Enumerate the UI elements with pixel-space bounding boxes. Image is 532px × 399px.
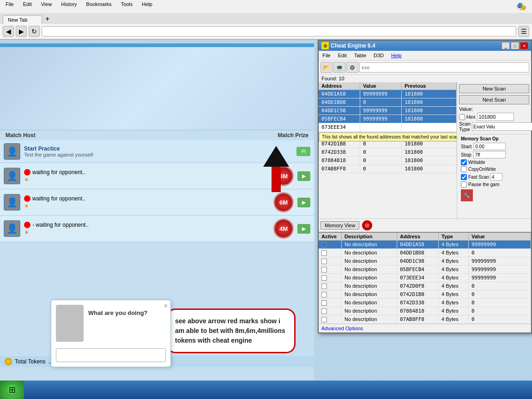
ce-writable-label: Writable	[468, 160, 485, 165]
menu-tools[interactable]: Tools	[119, 1, 135, 12]
ce-result-addr-5: 073EEE34	[397, 274, 439, 282]
practice-play-btn[interactable]: Pl	[296, 147, 310, 156]
ce-result-row-5[interactable]: No description 073EEE34 4 Bytes 99999999	[319, 274, 531, 282]
ce-cell-val-10: 0	[360, 165, 402, 173]
refresh-button[interactable]: ↻	[29, 26, 40, 37]
ce-menu-edit[interactable]: Edit	[334, 52, 351, 59]
ce-tool-settings[interactable]: ⚙	[346, 62, 358, 73]
menu-bookmarks[interactable]: Bookmarks	[85, 1, 114, 12]
ce-tool-open[interactable]: 📂	[320, 62, 332, 73]
ce-list-row-2[interactable]: 04DD1BD8 0 101800	[319, 98, 457, 107]
browser-mask-icon[interactable]: 🎭	[514, 1, 528, 12]
ce-result-row-8[interactable]: No description 0742D338 4 Bytes 0	[319, 299, 531, 307]
play-btn-6m[interactable]: ▶	[297, 198, 310, 207]
ce-menu-table[interactable]: Table	[351, 52, 370, 59]
new-tab-button[interactable]: +	[42, 14, 53, 24]
ce-result-row-4[interactable]: No description 05BFECB4 4 Bytes 99999999	[319, 266, 531, 274]
ce-list-row-4[interactable]: 05BFECB4 99999999 101800	[319, 115, 457, 123]
ce-result-row-9[interactable]: No description 07884818 4 Bytes 0	[319, 307, 531, 315]
ce-minimize-btn[interactable]: _	[502, 42, 510, 49]
ce-stop-input[interactable]	[473, 151, 506, 158]
menu-edit[interactable]: Edit	[21, 1, 34, 12]
browser-menu-button[interactable]: ☰	[518, 26, 529, 37]
back-button[interactable]: ◀	[3, 26, 14, 37]
menu-file[interactable]: File	[4, 1, 16, 12]
ce-checkbox-7[interactable]	[321, 292, 327, 297]
chat-avatar-area: What are you doing?	[51, 300, 170, 346]
ce-result-val-10: 0	[469, 315, 531, 323]
avatar-8m: 👤	[4, 168, 20, 184]
ce-result-type-5: 4 Bytes	[439, 274, 469, 282]
ce-hex-checkbox[interactable]	[459, 114, 465, 120]
ce-checkbox-1[interactable]	[321, 242, 327, 248]
ce-result-row-3[interactable]: No description 04DD1C98 4 Bytes 99999999	[319, 257, 531, 266]
ce-adv-options[interactable]: Advanced Options	[319, 324, 531, 332]
ce-fastscan-checkbox[interactable]	[461, 174, 467, 180]
ce-copyonwrite-checkbox[interactable]	[461, 166, 467, 172]
ce-list-row-9[interactable]: 07884818 0 101800	[319, 157, 457, 165]
ce-process-input[interactable]	[359, 62, 529, 73]
ce-checkbox-3[interactable]	[321, 259, 327, 264]
menu-view[interactable]: View	[39, 1, 54, 12]
chat-input[interactable]	[56, 348, 166, 362]
ce-result-row-6[interactable]: No description 0742D0F8 4 Bytes 0	[319, 282, 531, 290]
ce-maximize-btn[interactable]: □	[511, 42, 519, 49]
ce-list-row-1[interactable]: 04DD1A58 99999999 101800	[319, 90, 457, 98]
ce-checkbox-8[interactable]	[321, 300, 327, 306]
ce-red-circle-btn[interactable]: ⊘	[362, 220, 372, 230]
ce-scan-type-input[interactable]	[472, 122, 532, 131]
ce-wrench-btn[interactable]: 🔧	[461, 189, 473, 201]
ce-cell-prev-10: 101800	[402, 165, 457, 173]
ce-checkbox-10[interactable]	[321, 317, 327, 322]
ce-result-val-9: 0	[469, 307, 531, 315]
play-btn-8m[interactable]: ▶	[297, 171, 310, 181]
ce-result-addr-6: 0742D0F8	[397, 282, 439, 290]
forward-button[interactable]: ▶	[16, 26, 27, 37]
ce-result-active-10	[319, 315, 342, 323]
ce-result-row-7[interactable]: No description 0742D1B8 4 Bytes 0	[319, 290, 531, 299]
play-btn-4m[interactable]: ▶	[297, 224, 310, 234]
ce-menu-help[interactable]: Help	[387, 52, 405, 59]
ce-value-label: Value:	[459, 106, 473, 112]
ce-result-val-1: 99999999	[469, 241, 531, 248]
ce-result-desc-5: No description	[342, 274, 397, 282]
ce-fastscan-input[interactable]	[490, 173, 502, 181]
start-button[interactable]: ⊞	[0, 381, 24, 399]
ce-checkbox-9[interactable]	[321, 308, 327, 314]
ce-close-btn[interactable]: ✕	[520, 42, 528, 49]
ce-writable-checkbox[interactable]	[461, 159, 467, 165]
ce-writable-row: Writable	[461, 159, 527, 165]
ce-list-row-10[interactable]: 07AB8FF8 0 101800	[319, 165, 457, 173]
ce-list-row-5[interactable]: 073EEE34 This list shows all the found a…	[319, 123, 457, 132]
ce-memview-btn[interactable]: Memory View	[320, 221, 359, 230]
ce-checkbox-2[interactable]	[321, 250, 327, 256]
ce-pausegame-checkbox[interactable]	[461, 181, 467, 187]
address-bar[interactable]	[42, 26, 516, 36]
browser-tab[interactable]: New Tab	[3, 15, 42, 24]
ce-checkbox-4[interactable]	[321, 267, 327, 272]
ce-result-row-10[interactable]: No description 07AB8FF8 4 Bytes 0	[319, 315, 531, 324]
ce-cell-addr-10: 07AB8FF8	[319, 165, 360, 173]
ce-list-row-3[interactable]: 04DD1C98 99999999 101800	[319, 107, 457, 115]
ce-result-type-1: 4 Bytes	[439, 241, 469, 248]
ce-result-row-1[interactable]: No description 04DD1A58 4 Bytes 99999999	[319, 241, 531, 249]
menu-history[interactable]: History	[59, 1, 79, 12]
ce-result-addr-3: 04DD1C98	[397, 257, 439, 265]
menu-help[interactable]: Help	[140, 1, 154, 12]
ce-checkbox-6[interactable]	[321, 284, 327, 289]
ce-hex-value-input[interactable]	[477, 113, 514, 121]
chat-question: What are you doing?	[88, 305, 148, 342]
ce-tool-process[interactable]: 💻	[333, 62, 345, 73]
chat-close-btn[interactable]: ×	[164, 302, 168, 309]
ce-menu-d3d[interactable]: D3D	[370, 52, 387, 59]
ce-list-row-8[interactable]: 0742D338 0 101800	[319, 148, 457, 157]
ce-checkbox-5[interactable]	[321, 275, 327, 281]
ce-start-input[interactable]	[473, 143, 506, 150]
ce-result-active-5	[319, 274, 342, 282]
info-8m: waiting for opponent.. ★	[24, 169, 270, 183]
bet-badge-6m: 6M	[273, 192, 294, 212]
ce-result-row-2[interactable]: No description 04DD1BD8 4 Bytes 0	[319, 249, 531, 257]
ce-menu-file[interactable]: File	[319, 52, 334, 59]
ce-new-scan-btn[interactable]: New Scan	[459, 84, 529, 93]
ce-next-scan-btn[interactable]: Next Scan	[459, 95, 529, 104]
